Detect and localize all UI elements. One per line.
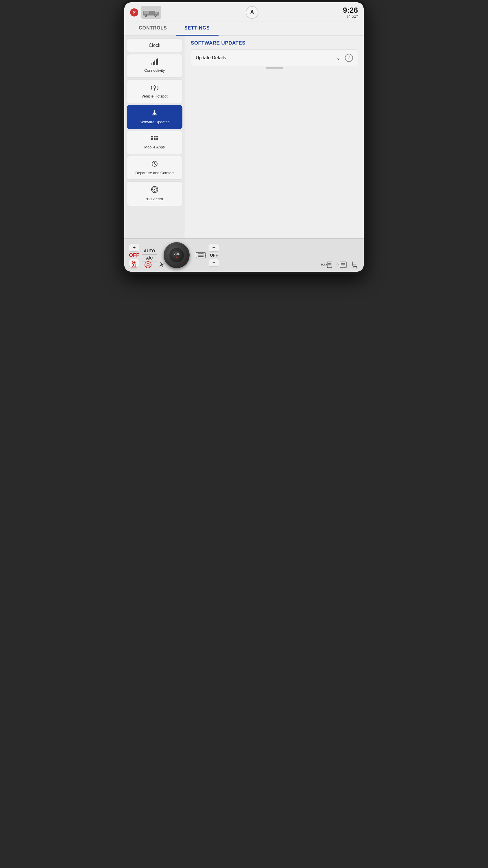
close-button[interactable]: ✕: [130, 8, 138, 17]
sidebar-item-vehicle-hotspot[interactable]: Vehicle Hotspot: [127, 79, 183, 103]
svg-rect-2: [144, 11, 149, 13]
sidebar: Clock Connectivity: [124, 36, 185, 238]
svg-rect-12: [157, 58, 158, 65]
rear-heat-section: [195, 251, 206, 259]
truck-icon: [141, 6, 161, 19]
weather-icon: ↓4: [346, 14, 351, 19]
chevron-down-icon[interactable]: ⌄: [336, 54, 341, 61]
scroll-indicator: [266, 67, 283, 69]
device-frame: ✕ A 9:26: [122, 0, 366, 274]
right-minus-button[interactable]: −: [209, 259, 219, 267]
sidebar-item-departure-comfort[interactable]: Departure and Comfort: [127, 156, 183, 180]
vol-label: VOL: [173, 252, 180, 256]
svg-rect-15: [151, 136, 153, 137]
tab-settings[interactable]: SETTINGS: [176, 22, 219, 36]
weather-display: ↓4 51°: [343, 14, 358, 19]
rear-defrost-icon: [195, 251, 206, 259]
svg-text:MAX: MAX: [321, 263, 328, 267]
header: ✕ A 9:26: [124, 2, 364, 22]
svg-rect-16: [154, 136, 156, 137]
svg-rect-11: [156, 59, 157, 65]
svg-text:R: R: [336, 263, 339, 267]
clock-label: Clock: [149, 43, 160, 48]
temp-off-label: OFF: [129, 252, 139, 258]
svg-rect-7: [155, 12, 158, 14]
right-off-section: + OFF −: [209, 244, 219, 267]
avatar-button[interactable]: A: [246, 6, 258, 19]
svg-rect-19: [154, 138, 156, 140]
ac-label: A/C: [146, 256, 153, 260]
update-details-row[interactable]: Update Details ⌄ i: [191, 50, 358, 66]
section-title: SOFTWARE UPDATES: [191, 40, 358, 46]
hotspot-icon: [151, 84, 159, 92]
connectivity-icon: [151, 58, 158, 66]
temperature: 51°: [352, 14, 358, 19]
right-off-label: OFF: [210, 253, 218, 257]
header-left: ✕: [130, 6, 161, 19]
vol-inner: VOL: [169, 248, 184, 262]
hotspot-label: Vehicle Hotspot: [141, 94, 167, 99]
svg-line-31: [145, 266, 147, 267]
assist-label: 911 Assist: [146, 197, 163, 202]
update-details-text: Update Details: [196, 55, 226, 60]
seat-button[interactable]: [351, 261, 359, 269]
fan-icon: [158, 261, 166, 269]
svg-rect-9: [153, 62, 154, 65]
temp-plus-button[interactable]: +: [129, 244, 139, 252]
vol-knob-container: VOL: [164, 242, 190, 268]
tab-controls[interactable]: CONTROLS: [130, 22, 176, 36]
svg-point-33: [161, 264, 163, 266]
departure-label: Departure and Comfort: [135, 171, 174, 176]
steering-heat-button[interactable]: [144, 261, 152, 269]
bottom-icons-row: [130, 261, 166, 269]
seat-heat-icon: [130, 261, 138, 269]
bottom-right-icons: MAX R: [321, 261, 359, 269]
mobile-apps-label: Mobile Apps: [144, 145, 165, 150]
svg-rect-20: [156, 138, 158, 140]
sidebar-item-software-updates[interactable]: Software Updates: [127, 105, 183, 129]
sidebar-item-mobile-apps[interactable]: Mobile Apps: [127, 131, 183, 154]
right-plus-button[interactable]: +: [209, 244, 219, 252]
max-defrost-button[interactable]: MAX: [321, 261, 332, 268]
connectivity-label: Connectivity: [144, 68, 165, 73]
steering-heat-icon: [144, 261, 152, 269]
max-defrost-icon: MAX: [321, 261, 332, 268]
header-center: A: [246, 6, 258, 19]
svg-line-32: [149, 266, 151, 267]
svg-point-6: [155, 15, 156, 16]
sidebar-item-connectivity[interactable]: Connectivity: [127, 54, 183, 78]
fan-button[interactable]: [158, 261, 166, 269]
svg-rect-8: [152, 63, 152, 65]
vol-knob[interactable]: VOL: [164, 242, 190, 268]
svg-rect-18: [151, 138, 153, 140]
mobile-apps-icon: [151, 135, 159, 143]
sidebar-item-911-assist[interactable]: 911 Assist: [127, 181, 183, 206]
svg-point-13: [154, 88, 155, 89]
svg-rect-10: [154, 60, 155, 65]
software-updates-icon: [151, 110, 158, 118]
main-content: Clock Connectivity: [124, 36, 364, 238]
sidebar-item-clock[interactable]: Clock: [127, 38, 183, 52]
assist-icon: [151, 186, 158, 195]
content-area: SOFTWARE UPDATES Update Details ⌄ i: [185, 36, 364, 238]
header-right: 9:26 ↓4 51°: [343, 6, 358, 19]
svg-rect-17: [156, 136, 158, 137]
svg-point-4: [145, 15, 146, 16]
seat-heat-button[interactable]: [130, 261, 138, 269]
info-circle-button[interactable]: i: [345, 54, 353, 62]
departure-icon: [151, 160, 158, 169]
svg-point-22: [154, 189, 155, 190]
svg-point-29: [147, 264, 149, 266]
r-defrost-icon: R: [336, 261, 347, 268]
update-details-actions: ⌄ i: [336, 54, 353, 62]
screen: ✕ A 9:26: [124, 2, 364, 272]
auto-label: AUTO: [144, 249, 155, 253]
r-defrost-button[interactable]: R: [336, 261, 347, 268]
tabs-bar: CONTROLS SETTINGS: [124, 22, 364, 36]
time-display: 9:26: [343, 6, 358, 14]
bottom-controls: + OFF − AUTO A/C VOL: [124, 238, 364, 272]
seat-icon: [351, 261, 359, 269]
software-updates-label: Software Updates: [140, 120, 169, 125]
vol-dot: [176, 257, 177, 258]
auto-ac-section: AUTO A/C: [142, 249, 157, 262]
